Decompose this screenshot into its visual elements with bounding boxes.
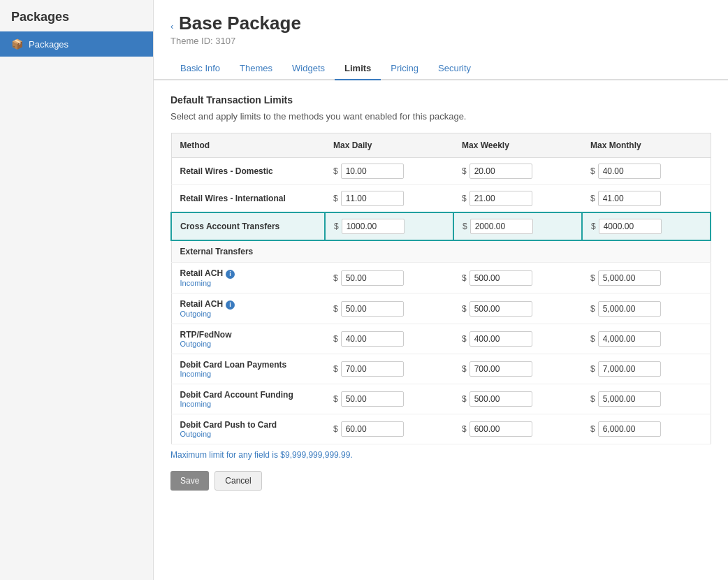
weekly-input[interactable] bbox=[469, 301, 532, 317]
sidebar-title: Packages bbox=[0, 0, 153, 31]
tab-widgets[interactable]: Widgets bbox=[282, 57, 335, 80]
cancel-button[interactable]: Cancel bbox=[214, 471, 261, 491]
daily-input[interactable] bbox=[341, 191, 404, 206]
table-row: Retail ACHiOutgoing$$$ bbox=[171, 293, 711, 324]
weekly-cell: $ bbox=[453, 263, 582, 293]
dollar-sign: $ bbox=[333, 394, 338, 404]
dollar-sign: $ bbox=[590, 166, 595, 176]
method-cell: Debit Card Account FundingIncoming bbox=[171, 384, 325, 414]
monthly-cell: $ bbox=[582, 384, 711, 414]
tab-basic-info[interactable]: Basic Info bbox=[170, 57, 230, 80]
packages-icon: 📦 bbox=[11, 38, 23, 50]
theme-id: Theme ID: 3107 bbox=[170, 34, 711, 46]
daily-input[interactable] bbox=[341, 301, 404, 317]
method-cell: Retail ACHiIncoming bbox=[171, 263, 325, 293]
daily-cell: $ bbox=[325, 414, 453, 444]
sidebar-item-label: Packages bbox=[29, 39, 68, 50]
daily-input[interactable] bbox=[341, 391, 404, 407]
weekly-input[interactable] bbox=[470, 219, 533, 234]
daily-cell: $ bbox=[325, 324, 453, 354]
dollar-sign: $ bbox=[462, 424, 467, 434]
dollar-sign: $ bbox=[333, 364, 338, 374]
daily-input[interactable] bbox=[341, 270, 404, 286]
daily-cell: $ bbox=[325, 212, 453, 240]
back-button[interactable]: ‹ bbox=[170, 21, 173, 31]
tab-themes[interactable]: Themes bbox=[230, 57, 282, 80]
tab-security[interactable]: Security bbox=[428, 57, 481, 80]
daily-input[interactable] bbox=[341, 421, 404, 437]
daily-cell: $ bbox=[325, 263, 453, 293]
external-transfers-label: External Transfers bbox=[171, 240, 711, 263]
dollar-sign: $ bbox=[590, 394, 595, 404]
weekly-input[interactable] bbox=[469, 164, 532, 179]
daily-cell: $ bbox=[325, 384, 453, 414]
monthly-cell: $ bbox=[582, 212, 711, 240]
daily-input[interactable] bbox=[342, 219, 405, 234]
info-icon[interactable]: i bbox=[226, 270, 235, 279]
dollar-sign: $ bbox=[462, 394, 467, 404]
method-name: Debit Card Account Funding bbox=[180, 390, 317, 400]
monthly-input[interactable] bbox=[599, 219, 662, 234]
info-icon[interactable]: i bbox=[226, 300, 235, 310]
dollar-sign: $ bbox=[462, 166, 467, 176]
limits-content: Default Transaction Limits Select and ap… bbox=[154, 80, 728, 505]
external-transfers-header: External Transfers bbox=[171, 240, 711, 263]
method-sub: Incoming bbox=[180, 400, 317, 408]
weekly-input[interactable] bbox=[469, 191, 532, 206]
table-row: Debit Card Push to CardOutgoing$$$ bbox=[171, 414, 711, 444]
monthly-input[interactable] bbox=[598, 391, 661, 407]
method-sub: Incoming bbox=[180, 370, 317, 378]
daily-cell: $ bbox=[325, 185, 453, 213]
max-limit-note: Maximum limit for any field is $9,999,99… bbox=[170, 450, 711, 460]
section-title: Default Transaction Limits bbox=[170, 94, 711, 106]
weekly-cell: $ bbox=[453, 324, 582, 354]
monthly-cell: $ bbox=[582, 354, 711, 384]
daily-input[interactable] bbox=[341, 361, 404, 377]
dollar-sign: $ bbox=[462, 273, 467, 283]
monthly-input[interactable] bbox=[598, 361, 661, 377]
weekly-cell: $ bbox=[453, 185, 582, 213]
weekly-cell: $ bbox=[453, 212, 582, 240]
dollar-sign: $ bbox=[462, 304, 467, 314]
weekly-input[interactable] bbox=[469, 421, 532, 437]
monthly-input[interactable] bbox=[598, 270, 661, 286]
monthly-input[interactable] bbox=[598, 331, 661, 347]
col-max-monthly: Max Monthly bbox=[582, 133, 711, 158]
method-name: Retail ACHi bbox=[180, 299, 317, 310]
sidebar-item-packages[interactable]: 📦 Packages bbox=[0, 31, 153, 57]
weekly-cell: $ bbox=[453, 384, 582, 414]
dollar-sign: $ bbox=[333, 194, 338, 203]
tab-limits[interactable]: Limits bbox=[335, 57, 381, 80]
tab-pricing[interactable]: Pricing bbox=[381, 57, 428, 80]
monthly-input[interactable] bbox=[598, 164, 661, 179]
dollar-sign: $ bbox=[333, 166, 338, 176]
dollar-sign: $ bbox=[590, 273, 595, 283]
limits-table: Method Max Daily Max Weekly Max Monthly … bbox=[170, 133, 711, 444]
save-button[interactable]: Save bbox=[170, 471, 209, 491]
dollar-sign: $ bbox=[462, 364, 467, 374]
method-sub: Outgoing bbox=[180, 430, 317, 438]
daily-input[interactable] bbox=[341, 331, 404, 347]
monthly-cell: $ bbox=[582, 324, 711, 354]
col-max-daily: Max Daily bbox=[325, 133, 453, 158]
table-row: Debit Card Loan PaymentsIncoming$$$ bbox=[171, 354, 711, 384]
weekly-input[interactable] bbox=[469, 361, 532, 377]
weekly-input[interactable] bbox=[469, 391, 532, 407]
monthly-input[interactable] bbox=[598, 301, 661, 317]
dollar-sign: $ bbox=[333, 273, 338, 283]
monthly-input[interactable] bbox=[598, 421, 661, 437]
method-name: Retail Wires - International bbox=[180, 194, 317, 203]
table-row: Retail Wires - International$$$ bbox=[171, 185, 711, 213]
daily-cell: $ bbox=[325, 354, 453, 384]
weekly-cell: $ bbox=[453, 354, 582, 384]
method-name: RTP/FedNow bbox=[180, 330, 317, 340]
dollar-sign: $ bbox=[590, 334, 595, 344]
weekly-input[interactable] bbox=[469, 331, 532, 347]
daily-input[interactable] bbox=[341, 164, 404, 179]
monthly-input[interactable] bbox=[598, 191, 661, 206]
monthly-cell: $ bbox=[582, 158, 711, 185]
page-title: Base Package bbox=[179, 13, 301, 34]
weekly-input[interactable] bbox=[469, 270, 532, 286]
col-max-weekly: Max Weekly bbox=[453, 133, 582, 158]
dollar-sign: $ bbox=[462, 194, 467, 203]
